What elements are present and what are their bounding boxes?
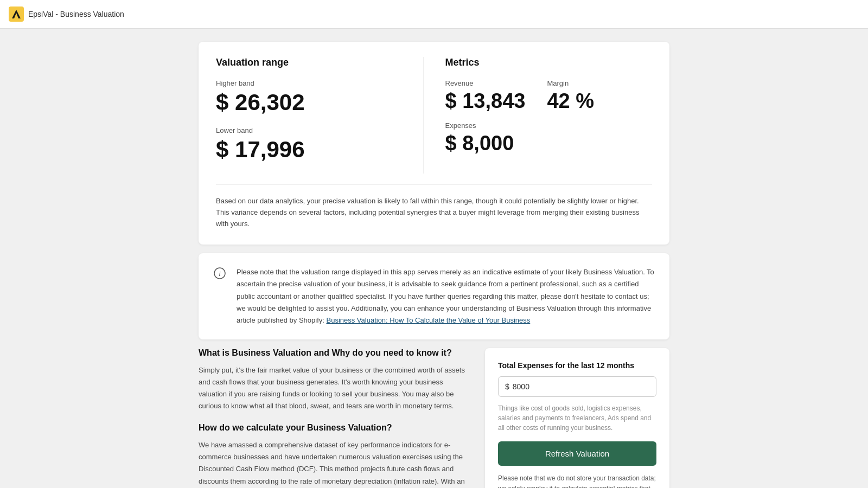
refresh-valuation-button[interactable]: Refresh Valuation (498, 441, 656, 466)
section2-body: We have amassed a comprehensive dataset … (199, 439, 472, 488)
metrics-section-title: Metrics (445, 57, 653, 68)
metrics-row-1: Revenue $ 13,843 Margin 42 % (445, 79, 653, 113)
info-icon: i (214, 267, 226, 281)
currency-symbol: $ (505, 382, 509, 391)
expense-input-wrapper[interactable]: $ (498, 376, 656, 397)
revenue-metric: Revenue $ 13,843 (445, 79, 526, 113)
lower-band-label: Lower band (216, 126, 423, 134)
range-section-title: Valuation range (216, 57, 423, 68)
valuation-range-section: Valuation range Higher band $ 26,302 Low… (216, 57, 423, 174)
main-content: Valuation range Higher band $ 26,302 Low… (190, 42, 678, 488)
bottom-section: What is Business Valuation and Why do yo… (199, 348, 669, 488)
svg-text:i: i (219, 269, 221, 278)
explainer: What is Business Valuation and Why do yo… (199, 348, 472, 488)
revenue-value: $ 13,843 (445, 89, 526, 113)
expenses-metric: Expenses $ 8,000 (445, 121, 653, 155)
privacy-note: Please note that we do not store your tr… (498, 473, 656, 488)
expenses-label: Expenses (445, 121, 653, 130)
expense-input[interactable] (513, 382, 649, 391)
input-hint: Things like cost of goods sold, logistic… (498, 403, 656, 433)
metrics-section: Metrics Revenue $ 13,843 Margin 42 % Exp… (423, 57, 653, 174)
valuation-card-top: Valuation range Higher band $ 26,302 Low… (216, 57, 652, 174)
top-bar: EpsiVal - Business Valuation (0, 0, 868, 29)
logo-icon (9, 7, 24, 22)
input-card-title: Total Expenses for the last 12 months (498, 361, 656, 370)
higher-band-value: $ 26,302 (216, 89, 423, 115)
app-title: EpsiVal - Business Valuation (28, 10, 124, 18)
margin-label: Margin (547, 79, 594, 87)
higher-band-label: Higher band (216, 79, 423, 87)
svg-rect-0 (9, 7, 24, 22)
info-card: i Please note that the valuation range d… (199, 253, 669, 339)
section2-title: How do we calculate your Business Valuat… (199, 423, 472, 433)
shopify-article-link[interactable]: Business Valuation: How To Calculate the… (326, 316, 530, 324)
revenue-label: Revenue (445, 79, 526, 87)
info-text: Please note that the valuation range dis… (237, 266, 654, 326)
expenses-value: $ 8,000 (445, 132, 653, 155)
valuation-note: Based on our data analytics, your precis… (216, 196, 652, 229)
input-card: Total Expenses for the last 12 months $ … (485, 348, 669, 488)
section1-body: Simply put, it's the fair market value o… (199, 364, 472, 412)
valuation-card: Valuation range Higher band $ 26,302 Low… (199, 42, 669, 245)
lower-band-value: $ 17,996 (216, 137, 423, 163)
valuation-divider (216, 184, 652, 185)
section1-title: What is Business Valuation and Why do yo… (199, 348, 472, 358)
margin-metric: Margin 42 % (547, 79, 594, 113)
margin-value: 42 % (547, 89, 594, 113)
